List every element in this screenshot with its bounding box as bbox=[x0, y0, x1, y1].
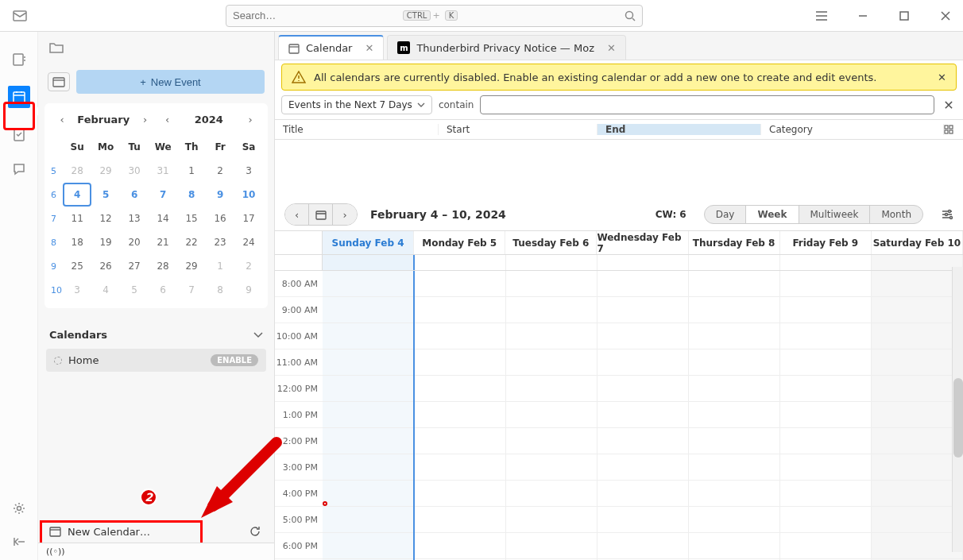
view-day[interactable]: Day bbox=[705, 206, 747, 223]
mini-day[interactable]: 21 bbox=[149, 230, 177, 254]
mini-week-num[interactable]: 8 bbox=[49, 230, 63, 254]
calendar-space-icon[interactable] bbox=[8, 86, 30, 108]
mini-day[interactable]: 1 bbox=[206, 254, 234, 278]
day-header[interactable]: Wednesday Feb 7 bbox=[597, 231, 688, 254]
mini-day[interactable]: 15 bbox=[177, 207, 206, 230]
day-column[interactable] bbox=[780, 271, 872, 560]
search-box[interactable]: CTRL + K bbox=[226, 5, 643, 27]
mini-day[interactable]: 22 bbox=[177, 230, 206, 254]
prev-month-button[interactable]: ‹ bbox=[52, 110, 72, 129]
mini-week-num[interactable]: 5 bbox=[49, 159, 63, 183]
tab-privacy-notice[interactable]: m Thunderbird Privacy Notice — Moz ✕ bbox=[387, 35, 626, 60]
filter-range-dropdown[interactable]: Events in the Next 7 Days bbox=[281, 95, 432, 114]
mini-day[interactable]: 10 bbox=[234, 183, 263, 207]
search-input[interactable] bbox=[233, 10, 400, 21]
view-month[interactable]: Month bbox=[870, 206, 922, 223]
mini-day[interactable]: 14 bbox=[149, 207, 177, 230]
mini-week-num[interactable]: 7 bbox=[49, 207, 63, 230]
day-column[interactable] bbox=[323, 271, 415, 560]
tasks-icon[interactable] bbox=[10, 126, 28, 143]
mini-day[interactable]: 6 bbox=[149, 278, 177, 302]
day-column[interactable] bbox=[506, 271, 598, 560]
column-title[interactable]: Title bbox=[275, 124, 439, 135]
settings-icon[interactable] bbox=[10, 500, 28, 517]
mini-day[interactable]: 27 bbox=[120, 254, 149, 278]
mini-day[interactable]: 29 bbox=[91, 159, 120, 183]
chat-icon[interactable] bbox=[10, 160, 28, 178]
mini-day[interactable]: 19 bbox=[91, 230, 120, 254]
mini-week-num[interactable]: 6 bbox=[49, 183, 63, 207]
day-header[interactable]: Sunday Feb 4 bbox=[323, 231, 414, 254]
view-settings-icon[interactable] bbox=[941, 208, 953, 221]
day-header[interactable]: Saturday Feb 10 bbox=[872, 231, 963, 254]
mini-day[interactable]: 8 bbox=[206, 278, 234, 302]
mini-day[interactable]: 7 bbox=[177, 278, 206, 302]
close-button[interactable] bbox=[934, 5, 957, 27]
column-start[interactable]: Start bbox=[439, 124, 598, 135]
mini-day[interactable]: 13 bbox=[120, 207, 149, 230]
enable-badge[interactable]: ENABLE bbox=[211, 354, 258, 366]
next-year-button[interactable]: › bbox=[241, 110, 260, 129]
close-icon[interactable]: ✕ bbox=[938, 71, 946, 83]
next-week-button[interactable]: › bbox=[333, 204, 357, 225]
minimize-button[interactable] bbox=[852, 5, 874, 27]
mini-day[interactable]: 11 bbox=[63, 207, 91, 230]
mini-day[interactable]: 23 bbox=[206, 230, 234, 254]
mini-day[interactable]: 9 bbox=[206, 183, 234, 207]
mini-day[interactable]: 31 bbox=[149, 159, 177, 183]
mini-week-num[interactable]: 10 bbox=[49, 278, 63, 302]
column-category[interactable]: Category bbox=[761, 124, 944, 135]
mini-day[interactable]: 3 bbox=[63, 278, 91, 302]
column-end[interactable]: End bbox=[598, 124, 761, 135]
prev-year-button[interactable]: ‹ bbox=[158, 110, 177, 129]
mini-day[interactable]: 2 bbox=[234, 254, 263, 278]
day-column[interactable] bbox=[872, 271, 963, 560]
mini-month-label[interactable]: February bbox=[75, 114, 133, 126]
mini-day[interactable]: 3 bbox=[234, 159, 263, 183]
mini-day[interactable]: 4 bbox=[91, 278, 120, 302]
day-column[interactable] bbox=[415, 271, 506, 560]
mini-day[interactable]: 2 bbox=[206, 159, 234, 183]
mini-day[interactable]: 18 bbox=[63, 230, 91, 254]
mini-day[interactable]: 17 bbox=[234, 207, 263, 230]
close-icon[interactable]: ✕ bbox=[365, 42, 373, 54]
refresh-icon[interactable] bbox=[249, 525, 261, 538]
tab-calendar[interactable]: Calendar ✕ bbox=[278, 35, 384, 60]
clear-icon[interactable]: ✕ bbox=[941, 98, 957, 113]
column-options-icon[interactable] bbox=[944, 125, 963, 134]
close-icon[interactable]: ✕ bbox=[607, 42, 616, 54]
mini-day[interactable]: 5 bbox=[91, 183, 120, 207]
mini-day[interactable]: 20 bbox=[120, 230, 149, 254]
mini-year-label[interactable]: 2024 bbox=[180, 114, 238, 126]
day-header[interactable]: Thursday Feb 8 bbox=[689, 231, 780, 254]
mini-day[interactable]: 7 bbox=[149, 183, 177, 207]
mini-day[interactable]: 1 bbox=[177, 159, 206, 183]
mini-day[interactable]: 6 bbox=[120, 183, 149, 207]
next-month-button[interactable]: › bbox=[136, 110, 155, 129]
mini-day[interactable]: 30 bbox=[120, 159, 149, 183]
today-button[interactable] bbox=[309, 204, 333, 225]
addressbook-icon[interactable] bbox=[10, 51, 28, 68]
mini-day[interactable]: 9 bbox=[234, 278, 263, 302]
mini-day[interactable]: 28 bbox=[63, 159, 91, 183]
mini-day[interactable]: 24 bbox=[234, 230, 263, 254]
mini-day[interactable]: 25 bbox=[63, 254, 91, 278]
app-menu-icon[interactable] bbox=[810, 5, 833, 27]
folder-icon[interactable] bbox=[48, 39, 65, 56]
view-week[interactable]: Week bbox=[746, 206, 799, 223]
mini-day[interactable]: 12 bbox=[91, 207, 120, 230]
mini-day[interactable]: 16 bbox=[206, 207, 234, 230]
calendars-header[interactable]: Calendars bbox=[46, 324, 266, 346]
calendar-item-home[interactable]: Home ENABLE bbox=[46, 349, 266, 372]
mini-day[interactable]: 28 bbox=[149, 254, 177, 278]
new-event-button[interactable]: + New Event bbox=[76, 70, 265, 94]
view-multiweek[interactable]: Multiweek bbox=[799, 206, 871, 223]
mini-day[interactable]: 8 bbox=[177, 183, 206, 207]
mini-day[interactable]: 4 bbox=[63, 183, 91, 207]
search-icon[interactable] bbox=[625, 10, 636, 21]
day-column[interactable] bbox=[598, 271, 689, 560]
mini-day[interactable]: 29 bbox=[177, 254, 206, 278]
mini-day[interactable]: 26 bbox=[91, 254, 120, 278]
mini-day[interactable]: 5 bbox=[120, 278, 149, 302]
day-header[interactable]: Monday Feb 5 bbox=[414, 231, 505, 254]
